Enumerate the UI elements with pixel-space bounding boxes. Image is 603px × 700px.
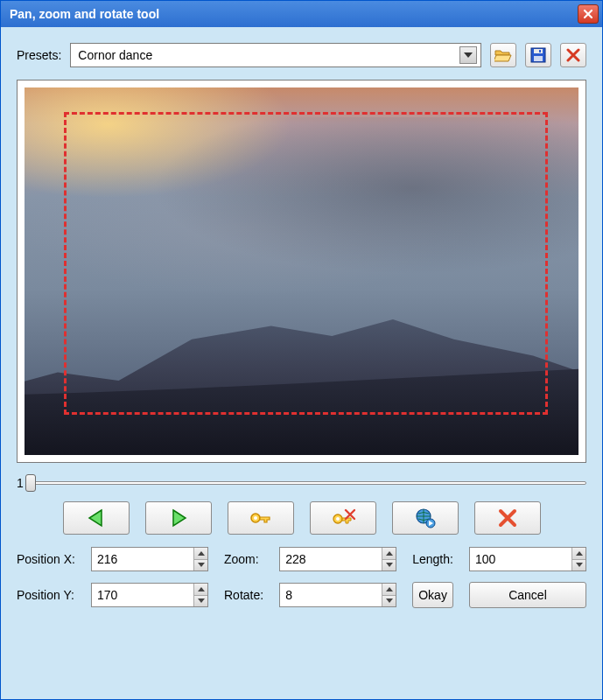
triangle-left-icon bbox=[87, 508, 106, 528]
delete-preset-button[interactable] bbox=[560, 43, 586, 67]
key-delete-icon bbox=[331, 508, 355, 528]
next-keyframe-button[interactable] bbox=[145, 501, 212, 535]
position-y-input[interactable] bbox=[92, 584, 193, 606]
zoom-spinner[interactable] bbox=[279, 547, 396, 571]
keyframe-toolbar bbox=[17, 501, 586, 535]
clear-button[interactable] bbox=[474, 501, 541, 535]
cancel-button[interactable]: Cancel bbox=[469, 582, 586, 608]
position-x-input[interactable] bbox=[92, 548, 193, 570]
remove-keyframe-button[interactable] bbox=[310, 501, 376, 535]
rotate-down[interactable] bbox=[382, 596, 396, 607]
titlebar[interactable]: Pan, zoom and rotate tool bbox=[1, 1, 602, 27]
position-y-spinner[interactable] bbox=[91, 583, 208, 607]
rotate-input[interactable] bbox=[280, 584, 382, 606]
position-x-up[interactable] bbox=[194, 548, 207, 560]
presets-label: Presets: bbox=[17, 48, 61, 62]
position-y-label: Position Y: bbox=[17, 588, 75, 602]
zoom-label: Zoom: bbox=[224, 552, 263, 566]
presets-dropdown[interactable]: Cornor dance bbox=[70, 43, 481, 67]
floppy-disk-icon bbox=[530, 47, 546, 63]
length-label: Length: bbox=[412, 552, 453, 566]
prev-keyframe-button[interactable] bbox=[63, 501, 130, 535]
rotate-label: Rotate: bbox=[224, 588, 263, 602]
x-large-icon bbox=[498, 508, 517, 528]
x-icon bbox=[566, 48, 580, 62]
presets-row: Presets: Cornor dance bbox=[17, 43, 586, 67]
folder-open-icon bbox=[494, 48, 512, 62]
save-preset-button[interactable] bbox=[525, 43, 551, 67]
svg-rect-2 bbox=[534, 56, 543, 61]
rotate-up[interactable] bbox=[382, 584, 396, 596]
timeline-position-label: 1 bbox=[17, 476, 24, 490]
position-y-up[interactable] bbox=[194, 584, 207, 596]
timeline-slider[interactable] bbox=[31, 473, 586, 493]
preview-play-button[interactable] bbox=[392, 501, 459, 535]
position-x-label: Position X: bbox=[17, 552, 75, 566]
zoom-down[interactable] bbox=[382, 560, 396, 571]
presets-selected: Cornor dance bbox=[78, 48, 459, 62]
length-up[interactable] bbox=[572, 548, 585, 560]
timeline-row: 1 bbox=[17, 473, 586, 493]
preview-canvas[interactable] bbox=[25, 88, 578, 455]
svg-rect-3 bbox=[539, 50, 541, 52]
okay-button[interactable]: Okay bbox=[412, 582, 453, 608]
svg-rect-1 bbox=[534, 49, 543, 53]
length-input[interactable] bbox=[470, 548, 571, 570]
rotate-spinner[interactable] bbox=[279, 583, 396, 607]
selection-rectangle[interactable] bbox=[64, 112, 548, 415]
window-title: Pan, zoom and rotate tool bbox=[10, 7, 578, 21]
position-y-down[interactable] bbox=[194, 596, 207, 607]
slider-track bbox=[31, 481, 586, 485]
position-x-down[interactable] bbox=[194, 560, 207, 571]
length-down[interactable] bbox=[572, 560, 585, 571]
slider-thumb[interactable] bbox=[25, 474, 36, 492]
close-icon bbox=[583, 9, 593, 19]
svg-point-5 bbox=[254, 516, 257, 520]
dialog-window: Pan, zoom and rotate tool Presets: Corno… bbox=[0, 0, 603, 700]
zoom-input[interactable] bbox=[280, 548, 382, 570]
globe-play-icon bbox=[415, 508, 436, 528]
svg-point-7 bbox=[336, 517, 340, 521]
preview-container bbox=[17, 80, 586, 463]
params-grid: Position X: Zoom: Length: bbox=[17, 547, 586, 608]
load-preset-button[interactable] bbox=[490, 43, 516, 67]
dialog-client: Presets: Cornor dance bbox=[1, 27, 602, 699]
position-x-spinner[interactable] bbox=[91, 547, 208, 571]
triangle-right-icon bbox=[169, 508, 188, 528]
window-close-button[interactable] bbox=[578, 4, 599, 24]
zoom-up[interactable] bbox=[382, 548, 396, 560]
chevron-down-icon bbox=[459, 46, 477, 64]
key-icon bbox=[249, 509, 272, 527]
length-spinner[interactable] bbox=[469, 547, 586, 571]
add-keyframe-button[interactable] bbox=[228, 501, 294, 535]
